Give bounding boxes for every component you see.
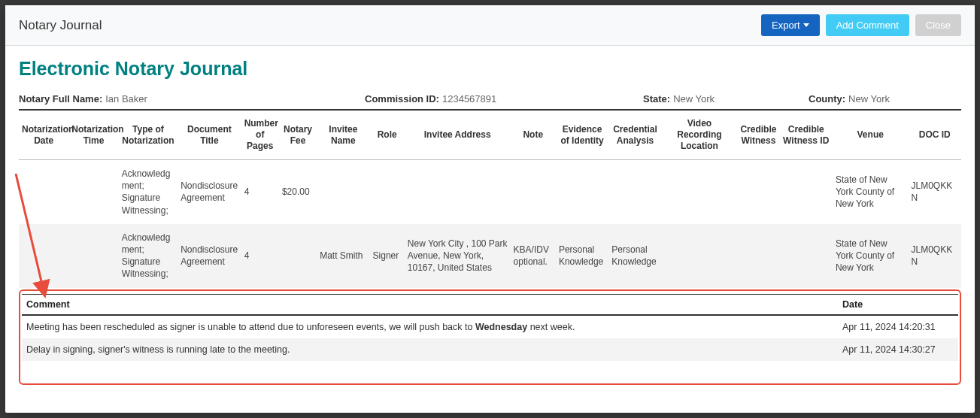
- add-comment-button[interactable]: Add Comment: [826, 14, 909, 36]
- meta-county-label: County:: [809, 93, 845, 104]
- col-notarization-time: Notarization Time: [68, 111, 118, 160]
- col-credible-witness: Credible Witness: [737, 111, 779, 160]
- meta-row: Notary Full Name: Ian Baker Commission I…: [19, 93, 961, 111]
- cell: [662, 160, 738, 224]
- col-notarization-date: Notarization Date: [19, 111, 68, 160]
- comment-pre: Delay in signing, signer's witness is ru…: [26, 344, 290, 355]
- journal-table-head: Notarization Date Notarization Time Type…: [19, 111, 961, 160]
- meta-commission-value: 1234567891: [442, 93, 496, 104]
- col-fee: Notary Fee: [279, 111, 317, 160]
- cell: Signer: [370, 224, 405, 288]
- cell: [737, 160, 779, 224]
- col-doc-title: Document Title: [177, 111, 241, 160]
- cell: [405, 160, 511, 224]
- meta-commission: Commission ID: 1234567891: [365, 93, 613, 104]
- table-row: Acknowledgment; Signature Witnessing; No…: [19, 160, 961, 224]
- meta-county: County: New York: [809, 93, 890, 104]
- modal-window: Notary Journal Export Add Comment Close …: [5, 5, 975, 413]
- modal-header: Notary Journal Export Add Comment Close: [5, 5, 975, 46]
- cell: Nondisclosure Agreement: [177, 160, 241, 224]
- cell: State of New York County of New York: [833, 224, 909, 288]
- col-pages: Number of Pages: [241, 111, 279, 160]
- meta-commission-label: Commission ID:: [365, 93, 439, 104]
- col-credential: Credential Analysis: [608, 111, 661, 160]
- meta-state-label: State:: [643, 93, 670, 104]
- col-video-loc: Video Recording Location: [662, 111, 738, 160]
- cell: [780, 224, 833, 288]
- meta-notary-value: Ian Baker: [105, 93, 147, 104]
- comment-text: Delay in signing, signer's witness is ru…: [22, 338, 838, 361]
- modal-title: Notary Journal: [19, 18, 102, 33]
- cell: [317, 160, 369, 224]
- cell: Personal Knowledge: [608, 224, 661, 288]
- col-venue: Venue: [833, 111, 909, 160]
- cell: [608, 160, 661, 224]
- cell: Nondisclosure Agreement: [177, 224, 241, 288]
- cell: Acknowledgment; Signature Witnessing;: [119, 160, 177, 224]
- journal-table: Notarization Date Notarization Time Type…: [19, 111, 961, 288]
- cell: [68, 224, 118, 288]
- chevron-down-icon: [803, 23, 809, 27]
- meta-notary: Notary Full Name: Ian Baker: [19, 93, 335, 104]
- cell: [279, 224, 317, 288]
- comments-section: Comment Date Meeting has been reschedule…: [19, 289, 961, 385]
- col-note: Note: [511, 111, 556, 160]
- cell: 4: [241, 160, 279, 224]
- col-doc-id: DOC ID: [908, 111, 961, 160]
- cell: [662, 224, 738, 288]
- comment-post: next week.: [527, 322, 575, 332]
- cell: [370, 160, 405, 224]
- cell: State of New York County of New York: [833, 160, 909, 224]
- meta-state-value: New York: [673, 93, 715, 104]
- meta-county-value: New York: [848, 93, 890, 104]
- meta-notary-label: Notary Full Name:: [19, 93, 102, 104]
- table-row: Acknowledgment; Signature Witnessing; No…: [19, 224, 961, 288]
- comment-bold: Wednesday: [475, 322, 527, 332]
- cell: New York City , 100 Park Avenue, New Yor…: [405, 224, 511, 288]
- export-button[interactable]: Export: [761, 14, 820, 36]
- comment-date: Apr 11, 2024 14:20:31: [838, 315, 958, 338]
- comment-row: Delay in signing, signer's witness is ru…: [22, 338, 958, 361]
- meta-state: State: New York: [643, 93, 778, 104]
- comment-row: Meeting has been rescheduled as signer i…: [22, 315, 958, 338]
- cell: 4: [241, 224, 279, 288]
- col-date: Date: [838, 294, 958, 315]
- cell: [19, 160, 68, 224]
- col-evidence: Evidence of Identity: [556, 111, 608, 160]
- cell: Matt Smith: [317, 224, 369, 288]
- page-title: Electronic Notary Journal: [19, 58, 961, 80]
- cell: KBA/IDV optional.: [511, 224, 556, 288]
- close-button[interactable]: Close: [915, 14, 961, 36]
- cell: $20.00: [279, 160, 317, 224]
- col-comment: Comment: [22, 294, 838, 315]
- comment-text: Meeting has been rescheduled as signer i…: [22, 315, 838, 338]
- cell: JLM0QKKN: [908, 224, 961, 288]
- col-type: Type of Notarization: [119, 111, 177, 160]
- cell: JLM0QKKN: [908, 160, 961, 224]
- cell: Acknowledgment; Signature Witnessing;: [119, 224, 177, 288]
- close-button-label: Close: [926, 20, 951, 31]
- cell: [68, 160, 118, 224]
- comment-pre: Meeting has been rescheduled as signer i…: [26, 322, 475, 332]
- cell: [780, 160, 833, 224]
- modal-body: Electronic Notary Journal Notary Full Na…: [5, 46, 975, 413]
- cell: [556, 160, 608, 224]
- col-invitee-name: Invitee Name: [317, 111, 369, 160]
- comments-table: Comment Date Meeting has been reschedule…: [22, 294, 958, 361]
- header-actions: Export Add Comment Close: [761, 14, 961, 36]
- col-credible-witness-id: Credible Witness ID: [780, 111, 833, 160]
- cell: [19, 224, 68, 288]
- comment-date: Apr 11, 2024 14:30:27: [838, 338, 958, 361]
- export-button-label: Export: [772, 20, 800, 31]
- cell: Personal Knowledge: [556, 224, 608, 288]
- cell: [737, 224, 779, 288]
- col-invitee-address: Invitee Address: [405, 111, 511, 160]
- journal-table-body: Acknowledgment; Signature Witnessing; No…: [19, 160, 961, 288]
- add-comment-label: Add Comment: [836, 20, 899, 31]
- col-role: Role: [370, 111, 405, 160]
- cell: [511, 160, 556, 224]
